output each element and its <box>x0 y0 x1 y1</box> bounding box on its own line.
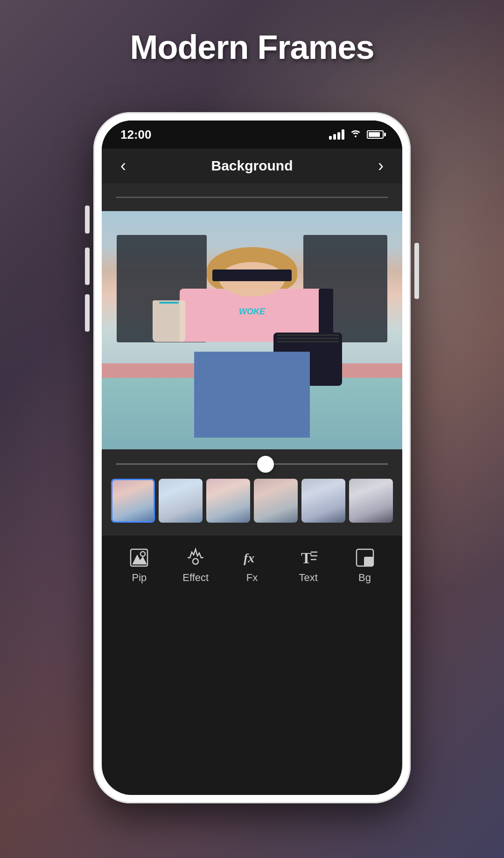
status-icons <box>329 128 384 141</box>
volume-up-button <box>85 206 90 234</box>
svg-rect-12 <box>364 557 373 566</box>
volume-down-button <box>85 248 90 285</box>
phone-device: 12:00 ‹ Background <box>93 112 411 803</box>
app-title: Modern Frames <box>0 28 504 66</box>
thumb-inner-6 <box>349 479 393 523</box>
toolbar-text[interactable]: T Text <box>290 547 327 584</box>
battery-icon <box>367 130 384 139</box>
svg-point-0 <box>355 135 357 137</box>
phone-screen: 12:00 ‹ Background <box>102 121 402 795</box>
controls-area <box>102 449 402 535</box>
slider-track[interactable] <box>116 463 388 465</box>
back-button[interactable]: ‹ <box>120 156 126 176</box>
thumbnail-6[interactable] <box>349 479 393 523</box>
toolbar-bg[interactable]: Bg <box>346 547 384 584</box>
fx-icon: fx <box>242 547 262 568</box>
drink-cup <box>153 300 185 342</box>
thumbnail-strip <box>102 474 402 530</box>
pip-icon <box>129 547 149 568</box>
nav-title: Background <box>211 158 293 174</box>
shirt-text: WOKE <box>207 300 297 323</box>
bg-icon <box>355 547 375 568</box>
sunglasses <box>212 269 292 281</box>
thumbnail-3[interactable] <box>206 479 250 523</box>
slider-container[interactable] <box>102 459 402 474</box>
photo-content: WOKE <box>102 211 402 449</box>
top-slider-area <box>102 183 402 211</box>
forward-button[interactable]: › <box>378 156 384 176</box>
toolbar-effect[interactable]: Effect <box>177 547 214 584</box>
pip-label: Pip <box>132 572 147 584</box>
figure: WOKE <box>162 247 342 438</box>
svg-point-3 <box>193 559 198 564</box>
status-time: 12:00 <box>120 128 152 142</box>
text-icon: T <box>298 547 319 568</box>
svg-point-1 <box>140 552 145 556</box>
svg-text:fx: fx <box>244 551 254 565</box>
jeans <box>194 352 309 438</box>
text-label: Text <box>299 572 318 584</box>
bg-label: Bg <box>358 572 371 584</box>
toolbar-fx[interactable]: fx Fx <box>233 547 271 584</box>
toolbar-pip[interactable]: Pip <box>120 547 158 584</box>
thumbnail-1[interactable] <box>111 479 155 523</box>
thumb-inner-3 <box>206 479 250 523</box>
bottom-toolbar: Pip Effect fx Fx <box>102 535 402 596</box>
main-photo-area: WOKE <box>102 211 402 449</box>
thumb-inner-4 <box>254 479 298 523</box>
effect-icon <box>185 547 206 568</box>
status-bar: 12:00 <box>102 121 402 149</box>
top-slider-track[interactable] <box>116 197 388 198</box>
effect-label: Effect <box>182 572 209 584</box>
fx-label: Fx <box>246 572 258 584</box>
mute-button <box>85 294 90 332</box>
thumbnail-4[interactable] <box>254 479 298 523</box>
thumbnail-2[interactable] <box>159 479 203 523</box>
nav-bar: ‹ Background › <box>102 149 402 183</box>
thumb-inner-2 <box>159 479 203 523</box>
slider-thumb[interactable] <box>257 456 274 473</box>
thumb-inner-1 <box>112 480 154 521</box>
svg-text:T: T <box>301 549 312 567</box>
signal-icon <box>329 129 344 140</box>
thumb-inner-5 <box>301 479 345 523</box>
wifi-icon <box>350 128 361 141</box>
thumbnail-5[interactable] <box>301 479 345 523</box>
power-button <box>414 243 419 299</box>
